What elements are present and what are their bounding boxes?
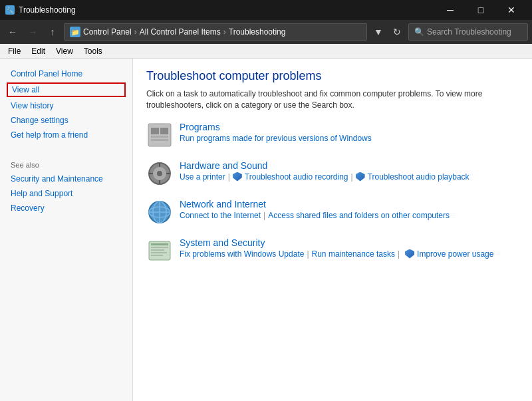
link-audio-recording[interactable]: Troubleshoot audio recording (245, 172, 348, 182)
network-links: Connect to the Internet | Access shared … (180, 211, 519, 220)
programs-content: Programs Run programs made for previous … (180, 122, 519, 143)
page-title: Troubleshoot computer problems (146, 69, 519, 83)
svg-rect-19 (151, 247, 168, 248)
svg-rect-18 (151, 243, 168, 245)
programs-icon (146, 122, 173, 148)
link-maintenance[interactable]: Run maintenance tasks (312, 249, 395, 259)
svg-point-7 (157, 171, 162, 176)
hardware-content: Hardware and Sound Use a printer | Troub… (180, 160, 519, 182)
search-box[interactable]: 🔍 Search Troubleshooting (408, 23, 528, 41)
svg-rect-4 (151, 139, 168, 141)
folder-icon: 📁 (70, 27, 80, 37)
link-windows-update[interactable]: Fix problems with Windows Update (180, 249, 304, 259)
link-connect-internet[interactable]: Connect to the Internet (180, 211, 261, 220)
content-area: Troubleshoot computer problems Click on … (133, 59, 532, 401)
back-button[interactable]: ← (4, 23, 21, 41)
title-bar: 🔧 Troubleshooting ─ □ ✕ (0, 0, 532, 20)
menu-file[interactable]: File (3, 45, 26, 57)
sidebar-view-all[interactable]: View all (7, 82, 126, 97)
shield-icon-audio-rec (233, 172, 242, 182)
hardware-links: Use a printer | Troubleshoot audio recor… (180, 172, 519, 182)
address-box[interactable]: 📁 Control Panel › All Control Panel Item… (64, 23, 367, 41)
security-links: Fix problems with Windows Update | Run m… (180, 249, 519, 259)
programs-links: Run programs made for previous versions … (180, 134, 519, 143)
network-title[interactable]: Network and Internet (180, 199, 519, 209)
breadcrumb-all-items[interactable]: All Control Panel Items (140, 27, 221, 37)
dropdown-button[interactable]: ▼ (370, 23, 387, 41)
hardware-title[interactable]: Hardware and Sound (180, 160, 519, 171)
page-description: Click on a task to automatically trouble… (146, 88, 519, 111)
maximize-button[interactable]: □ (466, 0, 496, 20)
svg-rect-22 (151, 255, 163, 256)
link-printer[interactable]: Use a printer (180, 172, 225, 182)
hardware-icon (146, 160, 173, 187)
window-title: Troubleshooting (19, 5, 76, 15)
breadcrumb-current: Troubleshooting (229, 27, 286, 37)
svg-rect-3 (151, 136, 168, 138)
up-button[interactable]: ↑ (44, 23, 61, 41)
window-controls[interactable]: ─ □ ✕ (435, 0, 527, 20)
sidebar-divider (0, 142, 132, 156)
sidebar-recovery[interactable]: Recovery (0, 201, 132, 215)
forward-button[interactable]: → (24, 23, 41, 41)
category-programs: Programs Run programs made for previous … (146, 122, 519, 148)
address-bar: ← → ↑ 📁 Control Panel › All Control Pane… (0, 20, 532, 44)
shield-icon-power (405, 249, 414, 259)
network-content: Network and Internet Connect to the Inte… (180, 199, 519, 220)
svg-rect-0 (148, 124, 171, 146)
link-power[interactable]: Improve power usage (417, 249, 493, 259)
category-network: Network and Internet Connect to the Inte… (146, 199, 519, 225)
sidebar-change-settings[interactable]: Change settings (0, 113, 132, 128)
sidebar: Control Panel Home View all View history… (0, 59, 133, 401)
category-security: System and Security Fix problems with Wi… (146, 237, 519, 264)
sidebar-control-panel-home[interactable]: Control Panel Home (0, 67, 132, 81)
security-content: System and Security Fix problems with Wi… (180, 237, 519, 259)
title-bar-left: 🔧 Troubleshooting (5, 5, 76, 15)
programs-subtitle[interactable]: Run programs made for previous versions … (180, 134, 372, 143)
sidebar-help-support[interactable]: Help and Support (0, 186, 132, 201)
svg-rect-2 (160, 128, 168, 134)
sidebar-view-history[interactable]: View history (0, 98, 132, 113)
menu-edit[interactable]: Edit (26, 45, 51, 57)
svg-rect-20 (151, 249, 164, 251)
programs-title[interactable]: Programs (180, 122, 519, 132)
shield-icon-audio-play (356, 172, 365, 182)
search-placeholder: Search Troubleshooting (427, 27, 511, 37)
link-shared-files[interactable]: Access shared files and folders on other… (268, 211, 450, 220)
network-icon (146, 199, 173, 225)
security-title[interactable]: System and Security (180, 237, 519, 248)
breadcrumb-control-panel[interactable]: Control Panel (83, 27, 132, 37)
svg-rect-21 (151, 252, 167, 253)
see-also-label: See also (0, 156, 132, 172)
sidebar-security-maintenance[interactable]: Security and Maintenance (0, 172, 132, 186)
link-audio-playback[interactable]: Troubleshoot audio playback (368, 172, 469, 182)
menu-bar: File Edit View Tools (0, 44, 532, 59)
search-icon: 🔍 (414, 27, 424, 37)
app-icon: 🔧 (5, 5, 15, 15)
category-hardware: Hardware and Sound Use a printer | Troub… (146, 160, 519, 187)
security-icon (146, 237, 173, 264)
menu-view[interactable]: View (51, 45, 78, 57)
sidebar-get-help[interactable]: Get help from a friend (0, 128, 132, 142)
svg-rect-1 (151, 128, 159, 134)
main-layout: Control Panel Home View all View history… (0, 59, 532, 401)
menu-tools[interactable]: Tools (78, 45, 108, 57)
refresh-button[interactable]: ↻ (388, 23, 406, 41)
minimize-button[interactable]: ─ (435, 0, 466, 20)
close-button[interactable]: ✕ (496, 0, 527, 20)
